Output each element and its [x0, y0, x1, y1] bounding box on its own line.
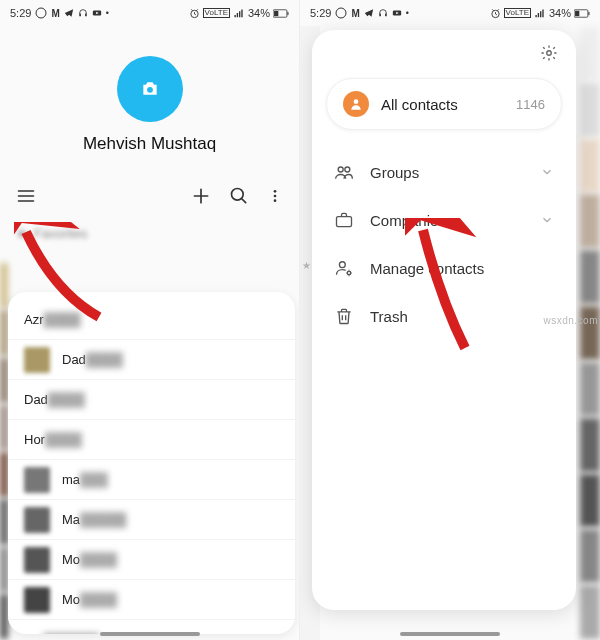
home-indicator[interactable]: [100, 632, 200, 636]
list-item[interactable]: ma███: [8, 460, 295, 500]
all-contacts-button[interactable]: All contacts 1146: [326, 78, 562, 130]
chevron-down-icon: [540, 165, 554, 179]
more-icon[interactable]: [267, 186, 283, 206]
svg-rect-1: [79, 13, 81, 16]
profile-name: Mehvish Mushtaq: [0, 134, 299, 154]
svg-point-24: [345, 167, 350, 172]
toolbar: [0, 172, 299, 216]
svg-point-23: [338, 167, 343, 172]
all-contacts-count: 1146: [516, 97, 545, 112]
battery-text: 34%: [549, 7, 571, 19]
person-icon: [343, 91, 369, 117]
battery-text: 34%: [248, 7, 270, 19]
youtube-icon: [392, 8, 402, 18]
list-item[interactable]: Ma█████: [8, 500, 295, 540]
svg-point-21: [547, 51, 552, 56]
volte-icon: VoLTE: [504, 8, 531, 18]
avatar[interactable]: [117, 56, 183, 122]
svg-rect-20: [588, 11, 589, 14]
list-item[interactable]: Mo████: [8, 540, 295, 580]
navigation-drawer: All contacts 1146 Groups Companies Manag…: [312, 30, 576, 610]
person-gear-icon: [334, 258, 354, 278]
menu-label: Trash: [370, 308, 408, 325]
alarm-icon: [490, 8, 501, 19]
menu-manage-contacts[interactable]: Manage contacts: [312, 244, 576, 292]
menu-label: Groups: [370, 164, 419, 181]
chevron-down-icon: [540, 213, 554, 227]
battery-icon: [273, 9, 289, 18]
all-contacts-label: All contacts: [381, 96, 504, 113]
profile-header: Mehvish Mushtaq: [0, 26, 299, 172]
menu-companies[interactable]: Companies: [312, 196, 576, 244]
svg-rect-14: [379, 13, 381, 16]
dim-background-right: [580, 26, 600, 640]
volte-icon: VoLTE: [203, 8, 230, 18]
trash-icon: [334, 306, 354, 326]
whatsapp-icon: [35, 7, 47, 19]
signal-icon: [534, 8, 546, 19]
contacts-list[interactable]: Azr████ Dad████ Dad████ Hor████ ma███ Ma…: [8, 292, 295, 634]
svg-point-11: [274, 195, 277, 198]
menu-icon[interactable]: [16, 186, 36, 206]
blurred-edge: [0, 262, 8, 640]
svg-rect-19: [575, 10, 579, 15]
svg-rect-7: [287, 11, 288, 14]
list-item[interactable]: Azr████: [8, 300, 295, 340]
whatsapp-icon: [335, 7, 347, 19]
svg-point-0: [36, 8, 46, 18]
svg-point-13: [336, 8, 346, 18]
left-screenshot: 5:29 M • VoLTE 34% Mehvish Mushtaq ★: [0, 0, 300, 640]
list-item[interactable]: Dad████: [8, 340, 295, 380]
list-item[interactable]: Mo████: [8, 580, 295, 620]
svg-point-22: [354, 99, 359, 104]
star-icon: ★: [16, 226, 28, 241]
status-m-icon: M: [51, 8, 59, 19]
list-item[interactable]: Dad████: [8, 380, 295, 420]
status-more-icon: •: [406, 8, 409, 18]
signal-icon: [233, 8, 245, 19]
status-bar: 5:29 M • VoLTE 34%: [0, 0, 299, 26]
battery-icon: [574, 9, 590, 18]
alarm-icon: [189, 8, 200, 19]
menu-groups[interactable]: Groups: [312, 148, 576, 196]
favorites-header: ★ Favorites: [0, 216, 299, 247]
svg-point-26: [339, 262, 345, 268]
svg-point-10: [274, 190, 277, 193]
telegram-icon: [364, 8, 374, 18]
gear-icon: [540, 44, 558, 62]
status-time: 5:29: [10, 7, 31, 19]
svg-rect-15: [385, 13, 387, 16]
status-m-icon: M: [351, 8, 359, 19]
svg-rect-6: [274, 10, 278, 15]
svg-rect-25: [337, 217, 352, 227]
menu-label: Manage contacts: [370, 260, 484, 277]
home-indicator[interactable]: [400, 632, 500, 636]
svg-point-12: [274, 199, 277, 202]
status-bar: 5:29 M • VoLTE 34%: [300, 0, 600, 26]
svg-point-8: [147, 87, 153, 93]
menu-label: Companies: [370, 212, 446, 229]
camera-icon: [138, 79, 162, 99]
svg-rect-2: [85, 13, 87, 16]
settings-button[interactable]: [312, 42, 576, 72]
groups-icon: [334, 162, 354, 182]
status-time: 5:29: [310, 7, 331, 19]
add-icon[interactable]: [191, 186, 211, 206]
svg-point-27: [347, 271, 350, 274]
telegram-icon: [64, 8, 74, 18]
menu-trash[interactable]: Trash: [312, 292, 576, 340]
list-item[interactable]: Hor████: [8, 420, 295, 460]
watermark: wsxdn.com: [543, 315, 598, 326]
headphone-icon: [78, 8, 88, 18]
status-more-icon: •: [106, 8, 109, 18]
briefcase-icon: [334, 210, 354, 230]
headphone-icon: [378, 8, 388, 18]
youtube-icon: [92, 8, 102, 18]
search-icon[interactable]: [229, 186, 249, 206]
